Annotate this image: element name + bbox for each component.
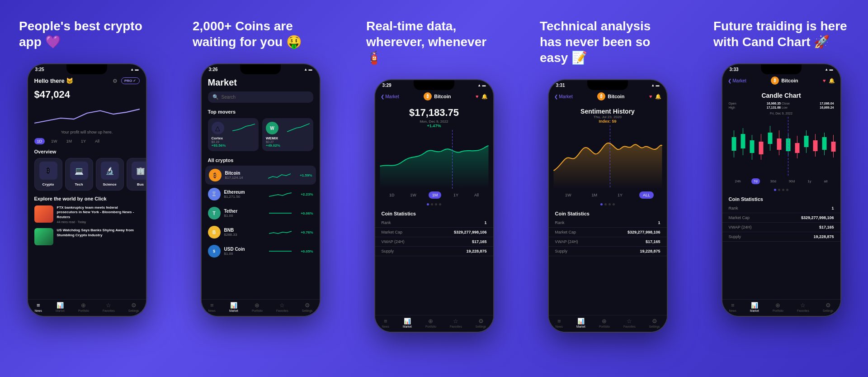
sentiment-date: Thu, Jul 23, 2020 [549, 115, 667, 119]
p4-tf-1m[interactable]: 1M [588, 191, 601, 199]
p5-tf-all[interactable]: all [822, 178, 830, 184]
mover-wemix[interactable]: W WEMIX $0.27 +49.02% [262, 118, 313, 151]
crypto-ethereum[interactable]: Ξ Ethereum $1,271.50 +2.23% [202, 185, 320, 204]
tf-1m[interactable]: 1M [64, 138, 75, 144]
p3-tf-1w[interactable]: 1W [406, 191, 420, 199]
p5-tf-90d[interactable]: 90d [787, 178, 797, 184]
favorites-nav-icon: ☆ [106, 302, 111, 309]
p5-nav-settings[interactable]: ⚙ Settings [823, 302, 834, 312]
p4-nav-news[interactable]: ≡ News [556, 318, 563, 328]
p5-nav-market[interactable]: 📊 Market [750, 302, 759, 312]
candle-chart-title: Candle Chart [722, 88, 840, 101]
p3-nav-settings[interactable]: ⚙ Settings [476, 318, 486, 328]
ethereum-change: +2.23% [295, 192, 313, 196]
tf-1w[interactable]: 1W [48, 138, 60, 144]
p5-tf-1y[interactable]: 1y [805, 178, 813, 184]
phone-screen-3: 3:29 ▲ ▬ ❮ Market ₿ Bitcoin ♥ 🔔 $17,183.… [375, 80, 493, 332]
crypto-usd-coin[interactable]: $ USD Coin $1.00 +0.05% [202, 242, 320, 261]
p2-nav-favorites[interactable]: ☆ Favorites [276, 302, 288, 312]
p2-nav-portfolio[interactable]: ⊕ Portfolio [252, 302, 263, 312]
p5-tf-24h[interactable]: 24h [732, 178, 743, 184]
p3-price: $17,183.75 [375, 107, 493, 119]
tf-1y[interactable]: 1Y [78, 138, 89, 144]
ohlc-low: Low 16,869.24 [782, 106, 834, 109]
tf-1d[interactable]: 1D [34, 138, 45, 144]
p3-tf-all[interactable]: All [471, 191, 482, 199]
p5-dots [722, 189, 840, 191]
p2-nav-market[interactable]: 📊 Market [229, 302, 238, 312]
p4-nav-portfolio-label: Portfolio [599, 325, 610, 328]
news-item-2[interactable]: US Watchdog Says Banks Shying Away from … [28, 226, 146, 248]
settings-icon[interactable]: ⚙ [113, 78, 118, 84]
p2-nav-settings[interactable]: ⚙ Settings [302, 302, 313, 312]
p4-tf-all[interactable]: ALL [639, 191, 654, 199]
nav-market[interactable]: 📊 Market [56, 302, 65, 312]
p5-bell-icon[interactable]: 🔔 [829, 78, 835, 84]
p5-nav-portfolio[interactable]: ⊕ Portfolio [773, 302, 783, 312]
p3-nav-market[interactable]: 📊 Market [403, 318, 412, 328]
p2-nav-news[interactable]: ≡ News [208, 302, 216, 312]
nav-settings[interactable]: ⚙ Settings [128, 302, 139, 312]
p3-nav-portfolio[interactable]: ⊕ Portfolio [425, 318, 436, 328]
nav-portfolio[interactable]: ⊕ Portfolio [78, 302, 89, 312]
p4-bell-icon[interactable]: 🔔 [655, 94, 661, 100]
mover-cortex[interactable]: △ Cortex $0.19 +93.56% [208, 118, 259, 151]
tf-all[interactable]: All [92, 138, 102, 144]
ethereum-price: $1,271.50 [224, 195, 265, 199]
nav-news-label: News [35, 309, 42, 312]
category-tech[interactable]: 💻 Tech [65, 158, 93, 191]
top-movers: △ Cortex $0.19 +93.56% [202, 118, 320, 156]
crypto-tether[interactable]: T Tether $1.00 +0.06% [202, 204, 320, 223]
usdc-change: +0.05% [295, 249, 313, 253]
p5-back-btn[interactable]: ❮ Market [728, 78, 746, 83]
p3-tf-1m[interactable]: 1M [429, 191, 442, 199]
nav-news[interactable]: ≡ News [35, 302, 42, 312]
p5-nav-news[interactable]: ≡ News [729, 302, 736, 312]
p4-tf-1y[interactable]: 1Y [614, 191, 626, 199]
p5-header-icons: ♥ 🔔 [823, 78, 835, 84]
dot-2 [431, 203, 433, 205]
crypto-bnb[interactable]: B BNB $288.33 +0.76% [202, 223, 320, 242]
category-bus[interactable]: 🏢 Bus [127, 158, 146, 191]
p5-tf-30d[interactable]: 30d [768, 178, 778, 184]
p4-nav-favorites[interactable]: ☆ Favorites [623, 318, 636, 328]
bell-icon[interactable]: 🔔 [481, 94, 488, 100]
phone-notch-5 [761, 64, 802, 74]
news-item-1[interactable]: FTX bankruptcy team meets federal prosec… [28, 203, 146, 226]
p4-back-btn[interactable]: ❮ Market [554, 94, 573, 99]
p5-nav-portfolio-label: Portfolio [773, 309, 783, 312]
category-science[interactable]: 🔬 Science [96, 158, 124, 191]
p5-heart-icon[interactable]: ♥ [823, 78, 826, 84]
p4-nav-market[interactable]: 📊 Market [576, 318, 585, 328]
all-cryptos-title: All cryptos [202, 156, 320, 166]
p4-bottom-nav: ≡ News 📊 Market ⊕ Portfolio ☆ Favorites … [549, 315, 667, 332]
search-placeholder: Search [222, 95, 236, 100]
wemix-price: $0.27 [266, 140, 278, 143]
p4-nav-settings[interactable]: ⚙ Settings [649, 318, 660, 328]
p3-nav-news[interactable]: ≡ News [382, 318, 389, 328]
search-bar[interactable]: 🔍 Search [208, 91, 313, 103]
p3-stat-vwap: VWAP (24H) $17,165 [375, 237, 493, 247]
nav-favorites[interactable]: ☆ Favorites [103, 302, 115, 312]
p4-nav-portfolio[interactable]: ⊕ Portfolio [599, 318, 610, 328]
bitcoin-info: Bitcoin $17,124.14 [225, 171, 264, 180]
portfolio-nav-icon: ⊕ [81, 302, 86, 309]
p5-nav-favorites[interactable]: ☆ Favorites [797, 302, 809, 312]
p4-heart-icon[interactable]: ♥ [649, 94, 652, 100]
phone-notch-1 [66, 64, 107, 74]
p4-favorites-icon: ☆ [627, 318, 632, 325]
heart-icon[interactable]: ♥ [476, 94, 479, 100]
p4-tf-1w[interactable]: 1W [561, 191, 575, 199]
p3-tf-1d[interactable]: 1D [386, 191, 398, 199]
p4-dot-2 [604, 203, 607, 205]
crypto-bitcoin[interactable]: ₿ Bitcoin $17,124.14 +1.59% [205, 166, 316, 185]
p3-nav-favorites[interactable]: ☆ Favorites [450, 318, 462, 328]
category-crypto[interactable]: ₿ Crypto [34, 158, 62, 191]
p5-tf-7d[interactable]: 7d [751, 178, 760, 184]
p3-back-btn[interactable]: ❮ Market [381, 94, 399, 99]
news-image-1 [34, 205, 53, 223]
p5-ohlc: Open 16,966.35 Close 17,086.04 High 17,1… [722, 101, 840, 112]
p3-tf-1y[interactable]: 1Y [450, 191, 462, 199]
bitcoin-icon: ₿ [209, 169, 222, 181]
p4-coin-label: Bitcoin [608, 94, 624, 99]
